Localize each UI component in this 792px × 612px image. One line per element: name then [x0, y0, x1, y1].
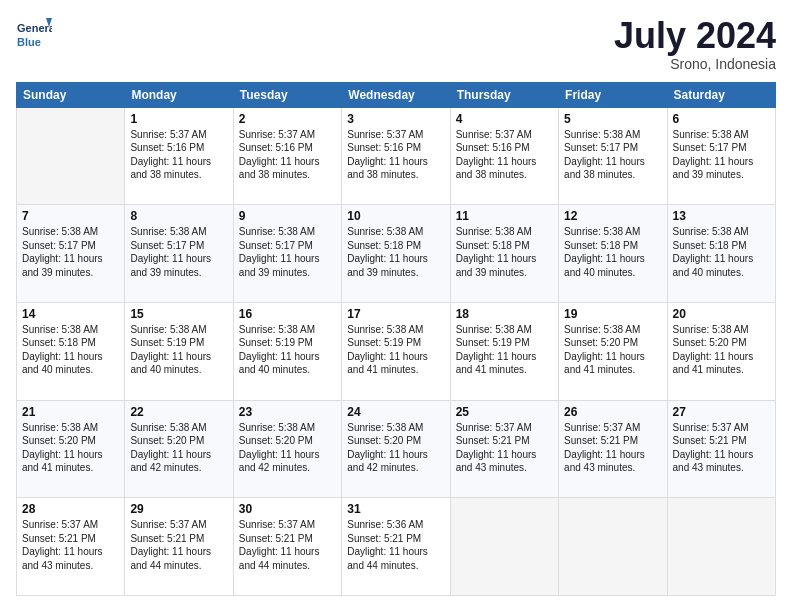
day-number: 24 [347, 405, 444, 419]
day-info: Sunrise: 5:38 AM Sunset: 5:20 PM Dayligh… [239, 421, 336, 475]
day-number: 13 [673, 209, 770, 223]
col-thursday: Thursday [450, 82, 558, 107]
day-number: 26 [564, 405, 661, 419]
day-info: Sunrise: 5:38 AM Sunset: 5:19 PM Dayligh… [239, 323, 336, 377]
table-cell: 12Sunrise: 5:38 AM Sunset: 5:18 PM Dayli… [559, 205, 667, 303]
svg-text:General: General [17, 22, 52, 34]
day-number: 20 [673, 307, 770, 321]
table-cell [667, 498, 775, 596]
table-cell: 6Sunrise: 5:38 AM Sunset: 5:17 PM Daylig… [667, 107, 775, 205]
table-cell [450, 498, 558, 596]
table-cell: 3Sunrise: 5:37 AM Sunset: 5:16 PM Daylig… [342, 107, 450, 205]
day-number: 10 [347, 209, 444, 223]
day-info: Sunrise: 5:38 AM Sunset: 5:19 PM Dayligh… [347, 323, 444, 377]
day-info: Sunrise: 5:38 AM Sunset: 5:20 PM Dayligh… [22, 421, 119, 475]
table-cell: 19Sunrise: 5:38 AM Sunset: 5:20 PM Dayli… [559, 302, 667, 400]
day-info: Sunrise: 5:37 AM Sunset: 5:21 PM Dayligh… [239, 518, 336, 572]
col-wednesday: Wednesday [342, 82, 450, 107]
day-number: 21 [22, 405, 119, 419]
table-cell: 4Sunrise: 5:37 AM Sunset: 5:16 PM Daylig… [450, 107, 558, 205]
table-cell: 8Sunrise: 5:38 AM Sunset: 5:17 PM Daylig… [125, 205, 233, 303]
day-info: Sunrise: 5:37 AM Sunset: 5:16 PM Dayligh… [347, 128, 444, 182]
col-tuesday: Tuesday [233, 82, 341, 107]
day-info: Sunrise: 5:38 AM Sunset: 5:17 PM Dayligh… [239, 225, 336, 279]
day-number: 2 [239, 112, 336, 126]
table-cell: 21Sunrise: 5:38 AM Sunset: 5:20 PM Dayli… [17, 400, 125, 498]
day-number: 3 [347, 112, 444, 126]
month-title: July 2024 [614, 16, 776, 56]
day-info: Sunrise: 5:37 AM Sunset: 5:21 PM Dayligh… [130, 518, 227, 572]
day-info: Sunrise: 5:38 AM Sunset: 5:19 PM Dayligh… [456, 323, 553, 377]
table-cell: 11Sunrise: 5:38 AM Sunset: 5:18 PM Dayli… [450, 205, 558, 303]
day-number: 12 [564, 209, 661, 223]
table-cell: 10Sunrise: 5:38 AM Sunset: 5:18 PM Dayli… [342, 205, 450, 303]
day-info: Sunrise: 5:37 AM Sunset: 5:21 PM Dayligh… [564, 421, 661, 475]
day-info: Sunrise: 5:37 AM Sunset: 5:21 PM Dayligh… [22, 518, 119, 572]
day-info: Sunrise: 5:37 AM Sunset: 5:16 PM Dayligh… [456, 128, 553, 182]
day-info: Sunrise: 5:38 AM Sunset: 5:20 PM Dayligh… [347, 421, 444, 475]
day-info: Sunrise: 5:38 AM Sunset: 5:18 PM Dayligh… [347, 225, 444, 279]
day-number: 6 [673, 112, 770, 126]
day-number: 8 [130, 209, 227, 223]
day-number: 4 [456, 112, 553, 126]
col-sunday: Sunday [17, 82, 125, 107]
day-number: 7 [22, 209, 119, 223]
day-info: Sunrise: 5:38 AM Sunset: 5:18 PM Dayligh… [564, 225, 661, 279]
day-number: 23 [239, 405, 336, 419]
day-number: 22 [130, 405, 227, 419]
day-number: 11 [456, 209, 553, 223]
day-info: Sunrise: 5:38 AM Sunset: 5:18 PM Dayligh… [456, 225, 553, 279]
table-cell [559, 498, 667, 596]
table-cell: 14Sunrise: 5:38 AM Sunset: 5:18 PM Dayli… [17, 302, 125, 400]
table-cell: 30Sunrise: 5:37 AM Sunset: 5:21 PM Dayli… [233, 498, 341, 596]
day-number: 1 [130, 112, 227, 126]
table-cell: 26Sunrise: 5:37 AM Sunset: 5:21 PM Dayli… [559, 400, 667, 498]
day-info: Sunrise: 5:37 AM Sunset: 5:21 PM Dayligh… [456, 421, 553, 475]
table-cell: 22Sunrise: 5:38 AM Sunset: 5:20 PM Dayli… [125, 400, 233, 498]
table-cell: 7Sunrise: 5:38 AM Sunset: 5:17 PM Daylig… [17, 205, 125, 303]
page: General Blue July 2024 Srono, Indonesia … [0, 0, 792, 612]
subtitle: Srono, Indonesia [614, 56, 776, 72]
table-cell: 17Sunrise: 5:38 AM Sunset: 5:19 PM Dayli… [342, 302, 450, 400]
calendar-table: Sunday Monday Tuesday Wednesday Thursday… [16, 82, 776, 596]
table-cell: 28Sunrise: 5:37 AM Sunset: 5:21 PM Dayli… [17, 498, 125, 596]
logo: General Blue [16, 16, 52, 52]
title-block: July 2024 Srono, Indonesia [614, 16, 776, 72]
day-number: 25 [456, 405, 553, 419]
day-number: 14 [22, 307, 119, 321]
day-info: Sunrise: 5:37 AM Sunset: 5:16 PM Dayligh… [130, 128, 227, 182]
day-info: Sunrise: 5:38 AM Sunset: 5:20 PM Dayligh… [564, 323, 661, 377]
table-cell: 27Sunrise: 5:37 AM Sunset: 5:21 PM Dayli… [667, 400, 775, 498]
day-number: 28 [22, 502, 119, 516]
table-cell: 1Sunrise: 5:37 AM Sunset: 5:16 PM Daylig… [125, 107, 233, 205]
day-number: 31 [347, 502, 444, 516]
day-info: Sunrise: 5:36 AM Sunset: 5:21 PM Dayligh… [347, 518, 444, 572]
day-info: Sunrise: 5:38 AM Sunset: 5:17 PM Dayligh… [22, 225, 119, 279]
col-saturday: Saturday [667, 82, 775, 107]
day-number: 16 [239, 307, 336, 321]
table-cell: 2Sunrise: 5:37 AM Sunset: 5:16 PM Daylig… [233, 107, 341, 205]
table-cell: 31Sunrise: 5:36 AM Sunset: 5:21 PM Dayli… [342, 498, 450, 596]
table-cell: 18Sunrise: 5:38 AM Sunset: 5:19 PM Dayli… [450, 302, 558, 400]
day-info: Sunrise: 5:38 AM Sunset: 5:20 PM Dayligh… [673, 323, 770, 377]
table-cell: 25Sunrise: 5:37 AM Sunset: 5:21 PM Dayli… [450, 400, 558, 498]
day-info: Sunrise: 5:38 AM Sunset: 5:17 PM Dayligh… [673, 128, 770, 182]
day-info: Sunrise: 5:38 AM Sunset: 5:18 PM Dayligh… [673, 225, 770, 279]
col-monday: Monday [125, 82, 233, 107]
table-cell: 29Sunrise: 5:37 AM Sunset: 5:21 PM Dayli… [125, 498, 233, 596]
table-cell: 16Sunrise: 5:38 AM Sunset: 5:19 PM Dayli… [233, 302, 341, 400]
table-cell: 20Sunrise: 5:38 AM Sunset: 5:20 PM Dayli… [667, 302, 775, 400]
day-number: 15 [130, 307, 227, 321]
header: General Blue July 2024 Srono, Indonesia [16, 16, 776, 72]
svg-text:Blue: Blue [17, 36, 41, 48]
day-number: 30 [239, 502, 336, 516]
day-info: Sunrise: 5:38 AM Sunset: 5:17 PM Dayligh… [130, 225, 227, 279]
day-number: 27 [673, 405, 770, 419]
table-cell: 9Sunrise: 5:38 AM Sunset: 5:17 PM Daylig… [233, 205, 341, 303]
day-info: Sunrise: 5:37 AM Sunset: 5:21 PM Dayligh… [673, 421, 770, 475]
table-cell: 15Sunrise: 5:38 AM Sunset: 5:19 PM Dayli… [125, 302, 233, 400]
day-number: 17 [347, 307, 444, 321]
table-cell: 24Sunrise: 5:38 AM Sunset: 5:20 PM Dayli… [342, 400, 450, 498]
day-info: Sunrise: 5:38 AM Sunset: 5:17 PM Dayligh… [564, 128, 661, 182]
day-number: 18 [456, 307, 553, 321]
